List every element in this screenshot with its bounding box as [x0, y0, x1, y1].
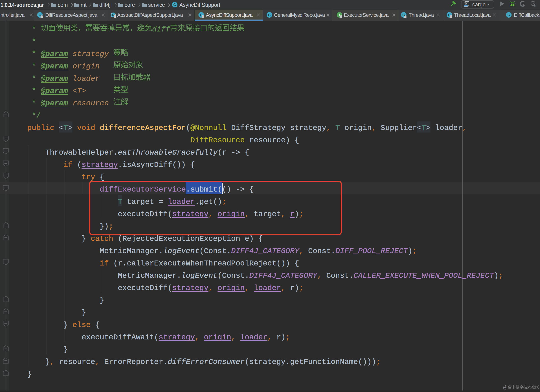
- svg-text:C: C: [173, 3, 176, 7]
- svg-text:I: I: [339, 13, 340, 17]
- svg-text:C: C: [508, 13, 510, 17]
- svg-text:C: C: [112, 13, 115, 17]
- svg-text:C: C: [268, 13, 271, 17]
- svg-text:(: (: [110, 13, 112, 17]
